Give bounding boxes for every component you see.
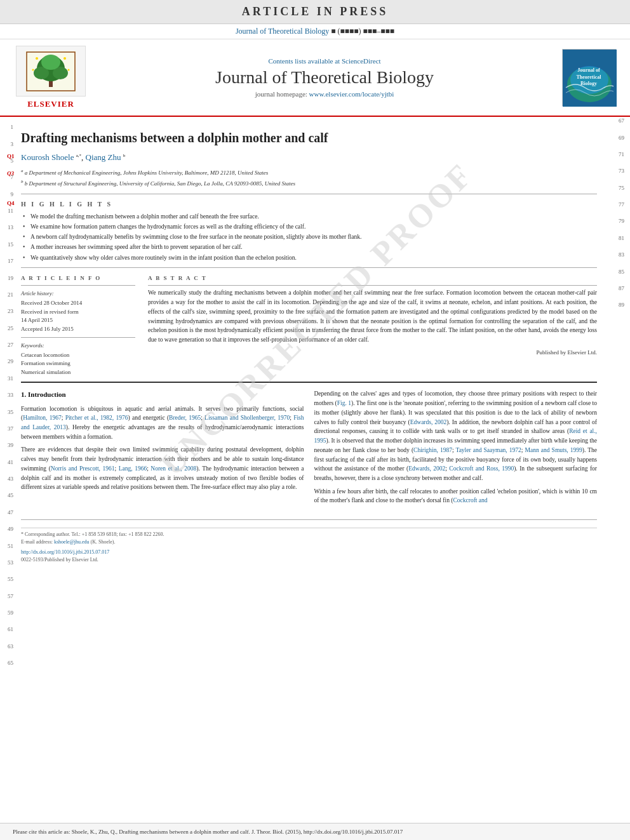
doi-link[interactable]: http://dx.doi.org/10.1016/j.jtbi.2015.07… [21, 549, 109, 555]
line-number-42 [0, 467, 15, 475]
line-number-right-86 [619, 276, 630, 284]
journal-logo-text: Journal ofTheoreticalBiology [577, 67, 601, 87]
norris-link[interactable]: Norris and Prescott, 1961 [51, 465, 115, 472]
article-title: Drafting mechanisms between a dolphin mo… [21, 130, 597, 146]
body-col1-p2: There are evidences that despite their o… [21, 445, 304, 492]
line-number-62 [0, 634, 15, 642]
journal-bar-name: Journal of Theoretical Biology [236, 27, 329, 36]
q1-marker: Q1 [7, 152, 15, 161]
highlights-label: H I G H L I G H T S [21, 199, 597, 209]
breder-link[interactable]: Breder, 1965 [169, 415, 201, 421]
section1-heading: 1. Introduction [21, 389, 304, 400]
info-separator [21, 285, 135, 286]
lang-link[interactable]: Lang, 1966 [119, 465, 147, 472]
line-number-29: 29 [0, 357, 15, 366]
journal-title-section: Contents lists available at ScienceDirec… [95, 57, 554, 98]
line-number-39: 39 [0, 441, 15, 450]
sciencedirect-label: Contents lists available at ScienceDirec… [95, 57, 554, 65]
line-number-right-78 [619, 209, 630, 217]
highlight-2: We examine how formation pattern changes… [21, 223, 597, 231]
edwards-2002b-link[interactable]: Edwards, 2002 [408, 465, 445, 472]
line-number-3: 3 [0, 140, 15, 148]
abstract-separator [148, 285, 597, 286]
line-number-26 [0, 333, 15, 341]
and-text: and [462, 475, 471, 481]
pitcher-link[interactable]: Pitcher et al., 1982, 1976 [65, 415, 128, 421]
line-number-51: 51 [0, 542, 15, 550]
line-number-14 [0, 232, 15, 240]
line-number-18 [0, 265, 15, 274]
highlights-section: Q4 H I G H L I G H T S We model the draf… [21, 199, 597, 262]
fig1-link[interactable]: Fig. 1 [337, 400, 351, 406]
author-shoele[interactable]: Kourosh Shoele [21, 152, 74, 162]
main-wrapper: 1357911131517192123252729313335373941434… [0, 117, 630, 823]
abstract-section: A B S T R A C T We numerically study the… [148, 274, 597, 377]
line-number-56 [0, 583, 15, 592]
left-line-numbers: 1357911131517192123252729313335373941434… [0, 117, 18, 823]
elsevier-logo: ELSEVIER [13, 46, 89, 109]
line-number-55: 55 [0, 575, 15, 583]
line-number-28 [0, 349, 15, 357]
sciencedirect-link[interactable]: ScienceDirect [342, 57, 381, 65]
line-number-right-85: 85 [619, 267, 630, 276]
author-zhu[interactable]: Qiang Zhu [86, 152, 121, 162]
chirighin-link[interactable]: Chirighin, 1987 [413, 447, 452, 453]
cite-footer: Please cite this article as: Shoele, K.,… [0, 823, 630, 840]
keywords-label: Keywords: [21, 342, 135, 350]
line-number-8 [0, 182, 15, 190]
line-number-right-81: 81 [619, 234, 630, 243]
corresponding-info: * Corresponding author. Tel.: +1 858 539… [21, 531, 597, 538]
line-number-24 [0, 316, 15, 324]
highlight-5: We quantitatively show why older calves … [21, 254, 597, 262]
hamilton-1967-link[interactable]: Hamilton, 1967 [23, 415, 62, 421]
line-number-19: 19 [0, 274, 15, 282]
line-number-44 [0, 483, 15, 491]
svg-point-6 [41, 55, 60, 70]
line-number-35: 35 [0, 408, 15, 416]
line-number-38 [0, 433, 15, 441]
publisher-note: Published by Elsevier Ltd. [148, 349, 597, 357]
separator-1 [21, 194, 597, 194]
abstract-text: We numerically study the drafting mechan… [148, 288, 597, 344]
line-number-64 [0, 651, 15, 659]
svg-point-9 [32, 69, 34, 70]
doi-info: http://dx.doi.org/10.1016/j.jtbi.2015.07… [21, 549, 597, 556]
tayler-link[interactable]: Tayler and Saayman, 1972 [456, 447, 521, 453]
journal-homepage: journal homepage: www.elsevier.com/locat… [95, 90, 554, 98]
affiliation-a: Q3 a a Department of Mechanical Engineer… [21, 168, 597, 178]
thick-separator [21, 382, 597, 383]
line-number-20 [0, 283, 15, 291]
email-link[interactable]: kshoele@jhu.edu [54, 539, 90, 545]
line-number-right-83: 83 [619, 251, 630, 259]
body-col1-p1: Formation locomotion is ubiquitous in aq… [21, 404, 304, 442]
homepage-link[interactable]: www.elsevier.com/locate/yjtbi [309, 90, 394, 98]
edwards-2002-link[interactable]: Edwards, 2002 [410, 419, 447, 425]
cockcroft-link[interactable]: Cockcroft and Ross, 1990 [449, 465, 514, 472]
line-number-13: 13 [0, 223, 15, 232]
revised-date: Received in revised form14 April 2015 [21, 308, 135, 325]
line-number-right-87: 87 [619, 284, 630, 293]
line-number-43: 43 [0, 475, 15, 483]
banner-text: ARTICLE IN PRESS [242, 5, 388, 18]
noren-link[interactable]: Noren et al., 2008 [151, 465, 196, 472]
cockcroft2-link[interactable]: Cockcroft and [453, 497, 487, 503]
line-number-65: 65 [0, 659, 15, 667]
article-in-press-banner: ARTICLE IN PRESS [0, 0, 630, 24]
body-col2-p1: Depending on the calves' ages and types … [314, 389, 598, 483]
keyword-1: Cetacean locomotion [21, 351, 135, 360]
line-number-63: 63 [0, 643, 15, 651]
mann-link[interactable]: Mann and Smuts, 1999 [525, 447, 582, 453]
line-number-right-67: 67 [619, 117, 630, 125]
line-number-47: 47 [0, 509, 15, 517]
elsevier-brand-text: ELSEVIER [27, 99, 74, 109]
line-number-32 [0, 383, 15, 391]
svg-point-10 [68, 69, 70, 70]
svg-point-8 [64, 57, 66, 60]
journal-main-title: Journal of Theoretical Biology [95, 67, 554, 88]
reid-link[interactable]: Reid et al., 1995 [314, 428, 598, 444]
separator-2 [21, 267, 597, 268]
line-number-right-84 [619, 259, 630, 267]
footer-separator [21, 519, 597, 520]
line-number-right-82 [619, 243, 630, 251]
lissaman-link[interactable]: Lissaman and Shollenberger, 1970 [204, 415, 290, 421]
